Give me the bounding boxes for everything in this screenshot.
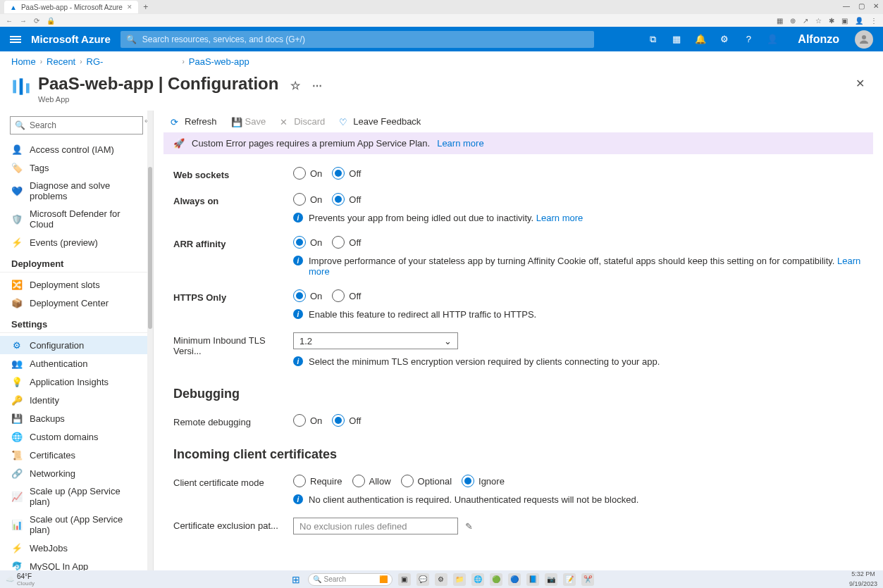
favorite-icon[interactable]: ☆ [290,80,300,92]
close-blade-button[interactable]: ✕ [848,74,872,93]
menu-item-icon: 📜 [11,449,23,461]
radio-option[interactable]: On [293,193,322,206]
feedback-icon[interactable]: 👤 [767,34,778,45]
tenant-name[interactable]: Alfonzo [798,33,839,46]
sidebar-search-input[interactable]: 🔍 Search [10,116,143,135]
breadcrumb-item[interactable]: Recent [47,56,75,67]
radio-label: Ignore [478,476,505,487]
more-icon[interactable]: ⋯ [312,80,322,92]
label-cert-excl: Certificate exclusion pat... [173,518,293,531]
radio-option[interactable]: On [293,289,322,302]
menu-item-icon: 🔗 [11,468,23,479]
radio-option[interactable]: Ignore [462,475,505,487]
addr-icon[interactable]: ↗ [803,17,808,25]
breadcrumb-item[interactable]: PaaS-web-app [189,56,249,67]
menu-item-label: Scale out (App Service plan) [30,514,142,535]
sidebar-item[interactable]: 💙Diagnose and solve problems [0,177,153,205]
tls-version-select[interactable]: 1.2 ⌄ [293,332,458,349]
global-search-input[interactable]: 🔍 Search resources, services, and docs (… [121,31,594,48]
radio-label: Allow [369,476,391,487]
nav-back-icon[interactable]: ← [6,17,13,25]
sidebar-item[interactable]: 🔑Identity [0,391,153,409]
save-button[interactable]: 💾Save [231,116,266,127]
learn-more-link[interactable]: Learn more [536,213,583,223]
settings-icon[interactable]: ⚙ [719,34,730,45]
radio-label: On [310,415,322,426]
menu-icon[interactable]: ⋮ [870,17,877,25]
cloud-shell-icon[interactable]: ⧉ [647,34,658,45]
radio-circle [332,414,345,427]
search-icon: 🔍 [126,35,137,44]
radio-circle [462,475,474,487]
nav-forward-icon[interactable]: → [20,17,27,25]
sidebar-item[interactable]: ⚡Events (preview) [0,233,153,251]
window-minimize[interactable]: — [843,2,850,10]
sidebar-item[interactable]: 💡Application Insights [0,373,153,391]
svg-rect-2 [20,78,23,94]
sidebar-item[interactable]: 🐬MySQL In App [0,557,153,570]
svg-point-0 [862,35,866,39]
radio-circle [401,475,414,487]
radio-option[interactable]: Off [332,193,361,206]
radio-option[interactable]: Off [332,167,361,180]
browser-tab[interactable]: ▲ PaaS-web-app - Microsoft Azure ✕ [4,1,138,13]
edit-icon[interactable]: ✎ [465,521,473,532]
sidebar-item[interactable]: 👤Access control (IAM) [0,140,153,158]
profile-icon[interactable]: 👤 [855,17,863,25]
addr-icon[interactable]: ⊕ [790,17,796,25]
breadcrumb-item[interactable]: RG- [87,56,104,67]
brand[interactable]: Microsoft Azure [31,33,111,45]
label-websockets: Web sockets [173,167,293,180]
radio-option[interactable]: Off [332,236,361,249]
radio-option[interactable]: Off [332,289,361,302]
tab-close-icon[interactable]: ✕ [127,4,132,11]
sidebar-item[interactable]: ⚡WebJobs [0,539,153,557]
discard-button[interactable]: ✕Discard [280,116,325,127]
sidebar-item[interactable]: ⚙Configuration [0,336,153,354]
scrollbar[interactable] [147,111,153,570]
feedback-button[interactable]: ♡Leave Feedback [339,116,421,127]
menu-item-icon: 🔀 [11,279,23,290]
radio-option[interactable]: Optional [401,475,452,487]
sidebar-item[interactable]: 🔀Deployment slots [0,275,153,294]
sidebar-item[interactable]: 📦Deployment Center [0,294,153,312]
breadcrumb: Home› Recent› RG- › PaaS-web-app [0,51,883,71]
addr-icon[interactable]: ▦ [777,17,783,25]
radio-option[interactable]: Off [332,414,361,427]
sidebar-item[interactable]: 📈Scale up (App Service plan) [0,482,153,511]
sidebar-item[interactable]: 🔗Networking [0,464,153,482]
radio-option[interactable]: Allow [352,475,391,487]
sidebar-item[interactable]: 🌐Custom domains [0,427,153,446]
sidebar-item[interactable]: 🏷️Tags [0,158,153,177]
breadcrumb-item[interactable]: Home [11,56,36,67]
radio-label: Off [349,237,361,248]
user-avatar[interactable] [855,30,873,49]
sidebar-item[interactable]: 🛡️Microsoft Defender for Cloud [0,205,153,233]
site-lock-icon[interactable]: 🔒 [47,17,55,25]
window-maximize[interactable]: ▢ [858,2,865,10]
nav-refresh-icon[interactable]: ⟳ [34,17,39,25]
radio-option[interactable]: On [293,414,322,427]
menu-item-icon: ⚡ [11,542,23,553]
radio-option[interactable]: On [293,167,322,180]
notifications-icon[interactable]: 🔔 [695,34,706,45]
addr-icon[interactable]: ☆ [815,17,822,25]
sidebar-item[interactable]: 📜Certificates [0,446,153,464]
extension-icon[interactable]: ▣ [841,17,848,25]
radio-option[interactable]: On [293,236,322,249]
sidebar-item[interactable]: 💾Backups [0,409,153,427]
help-icon[interactable]: ? [743,34,754,45]
refresh-button[interactable]: ⟳Refresh [171,116,217,127]
radio-option[interactable]: Require [293,475,342,487]
window-close[interactable]: ✕ [873,2,879,10]
cert-exclusion-input[interactable]: No exclusion rules defined [293,518,458,534]
new-tab-button[interactable]: + [141,2,151,12]
extension-icon[interactable]: ✱ [829,17,834,25]
menu-item-label: Identity [30,395,59,406]
menu-toggle-icon[interactable] [10,36,21,43]
radio-label: Off [349,415,361,426]
sidebar-item[interactable]: 👥Authentication [0,354,153,373]
alert-link[interactable]: Learn more [437,138,483,149]
directory-icon[interactable]: ▦ [671,34,682,45]
sidebar-item[interactable]: 📊Scale out (App Service plan) [0,511,153,539]
